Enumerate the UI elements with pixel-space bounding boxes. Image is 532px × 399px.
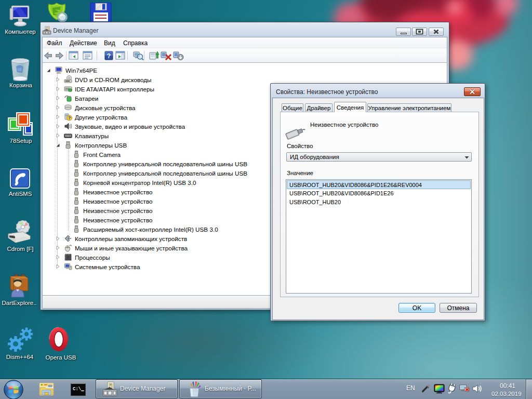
svg-text:?: ? [107,52,111,60]
